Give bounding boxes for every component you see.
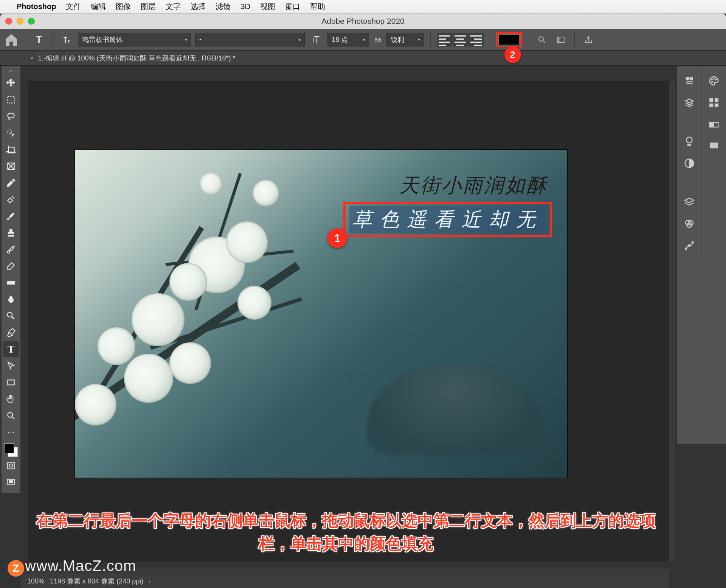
document-tab-title: 1.-编辑.tif @ 100% (天街小雨润如酥 草色遥看近却无 , RGB/… xyxy=(38,54,235,63)
paths-panel-icon[interactable] xyxy=(682,238,697,253)
canvas-viewport[interactable]: 天街小雨润如酥 草色遥看近却无 1 xyxy=(28,81,669,562)
zoom-tool[interactable] xyxy=(3,408,19,424)
right-panels xyxy=(677,66,726,444)
menu-3d[interactable]: 3D xyxy=(240,2,250,11)
menu-image[interactable]: 图像 xyxy=(116,2,131,12)
history-panel-icon[interactable] xyxy=(682,73,697,88)
svg-point-10 xyxy=(7,312,12,317)
crop-tool[interactable] xyxy=(3,142,19,158)
status-bar: 100% 1198 像素 x 804 像素 (240 ppi) › xyxy=(21,574,669,588)
gradients-panel-icon[interactable] xyxy=(706,117,721,132)
stamp-tool[interactable] xyxy=(3,225,19,241)
font-style-select[interactable]: - ▾ xyxy=(195,33,305,46)
annotation-marker-2: 2 xyxy=(504,46,521,63)
history-brush-tool[interactable] xyxy=(3,241,19,257)
text-color-swatch[interactable] xyxy=(498,34,520,45)
app-name[interactable]: Photoshop xyxy=(17,2,56,11)
traffic-lights xyxy=(5,18,35,25)
svg-point-28 xyxy=(715,79,717,80)
vertical-scrollbar[interactable] xyxy=(669,81,675,562)
photo-flower xyxy=(124,354,173,403)
mac-menubar: Photoshop 文件 编辑 图像 图层 文字 选择 滤镜 3D 视图 窗口 … xyxy=(0,0,726,14)
instruction-line-1: 在第二行最后一个字母的右侧单击鼠标，拖动鼠标以选中第二行文本，然后到上方的选项 xyxy=(23,509,669,532)
channels-panel-icon[interactable] xyxy=(682,216,697,231)
eraser-tool[interactable] xyxy=(3,258,19,274)
panel-column-a xyxy=(677,66,701,261)
patterns-panel-icon[interactable] xyxy=(706,139,721,154)
lasso-tool[interactable] xyxy=(3,108,19,124)
brush-tool[interactable] xyxy=(3,208,19,224)
font-family-select[interactable]: 鸿雷板书简体 ▾ xyxy=(78,33,191,46)
menu-file[interactable]: 文件 xyxy=(66,2,81,12)
svg-rect-8 xyxy=(7,281,15,285)
font-size-value: 18 点 xyxy=(332,35,348,44)
pen-tool[interactable] xyxy=(3,325,19,340)
photo-flower xyxy=(75,384,116,426)
marquee-tool[interactable] xyxy=(3,92,19,108)
svg-point-14 xyxy=(9,464,13,467)
hand-tool[interactable] xyxy=(3,391,19,407)
text-line-1[interactable]: 天街小雨润如酥 xyxy=(399,172,548,199)
libraries-panel-icon[interactable] xyxy=(682,95,697,110)
svg-rect-37 xyxy=(713,143,715,145)
svg-point-29 xyxy=(711,81,713,83)
document-tab[interactable]: × 1.-编辑.tif @ 100% (天街小雨润如酥 草色遥看近却无 , RG… xyxy=(30,54,236,63)
edit-toolbar-button[interactable]: ⋯ xyxy=(3,424,19,440)
font-size-select[interactable]: 18 点 ▾ xyxy=(327,33,369,46)
text-line-2[interactable]: 草色遥看近却无 xyxy=(349,206,546,234)
photo-flower xyxy=(253,180,279,206)
swatches-panel-icon[interactable] xyxy=(706,95,721,110)
rectangle-tool[interactable] xyxy=(3,374,19,390)
menu-filter[interactable]: 滤镜 xyxy=(216,2,231,12)
gradient-tool[interactable] xyxy=(3,275,19,291)
layers-panel-icon[interactable] xyxy=(682,194,697,209)
menu-edit[interactable]: 编辑 xyxy=(91,2,106,12)
dodge-tool[interactable] xyxy=(3,308,19,324)
path-select-tool[interactable] xyxy=(3,358,19,374)
eyedropper-tool[interactable] xyxy=(3,175,19,191)
text-selection-highlight: 草色遥看近却无 1 xyxy=(343,202,552,237)
close-tab-icon[interactable]: × xyxy=(30,55,33,61)
panel-layout-button[interactable] xyxy=(553,33,568,46)
menu-view[interactable]: 视图 xyxy=(260,2,275,12)
learn-panel-icon[interactable] xyxy=(682,134,697,149)
color-chips[interactable] xyxy=(4,443,18,457)
align-right-button[interactable] xyxy=(468,33,484,46)
quick-select-tool[interactable] xyxy=(3,125,19,141)
panel-grip[interactable]: ›› xyxy=(9,69,13,73)
frame-tool[interactable] xyxy=(3,158,19,174)
color-panel-icon[interactable] xyxy=(706,73,721,88)
align-left-button[interactable] xyxy=(437,33,452,46)
close-window-button[interactable] xyxy=(5,18,12,25)
text-orientation-button[interactable] xyxy=(59,33,74,46)
quick-mask-button[interactable] xyxy=(3,458,19,473)
foreground-color-chip[interactable] xyxy=(4,443,14,453)
screen-mode-button[interactable] xyxy=(3,474,19,490)
svg-rect-25 xyxy=(688,245,690,247)
menu-select[interactable]: 选择 xyxy=(191,2,206,12)
svg-point-27 xyxy=(713,78,715,79)
move-tool[interactable] xyxy=(3,75,19,91)
menu-help[interactable]: 帮助 xyxy=(310,2,325,12)
svg-rect-31 xyxy=(715,99,718,102)
healing-tool[interactable] xyxy=(3,192,19,207)
minimize-window-button[interactable] xyxy=(17,18,23,25)
status-chevron-icon[interactable]: › xyxy=(149,578,150,584)
separator xyxy=(574,32,575,47)
share-icon[interactable] xyxy=(581,33,596,46)
text-align-group xyxy=(437,33,484,46)
antialias-select[interactable]: 锐利 ▾ xyxy=(386,33,424,46)
canvas[interactable]: 天街小雨润如酥 草色遥看近却无 1 xyxy=(75,150,567,478)
menu-window[interactable]: 窗口 xyxy=(285,2,300,12)
type-tool[interactable]: T xyxy=(3,341,19,357)
adjustments-panel-icon[interactable] xyxy=(682,156,697,171)
blur-tool[interactable] xyxy=(3,291,19,307)
search-icon[interactable] xyxy=(534,33,549,46)
menu-type[interactable]: 文字 xyxy=(166,2,181,12)
menu-layer[interactable]: 图层 xyxy=(141,2,156,12)
home-button[interactable] xyxy=(4,32,19,47)
align-center-button[interactable] xyxy=(453,33,468,46)
zoom-window-button[interactable] xyxy=(28,18,35,25)
svg-rect-35 xyxy=(710,122,714,127)
status-zoom[interactable]: 100% xyxy=(27,577,45,585)
